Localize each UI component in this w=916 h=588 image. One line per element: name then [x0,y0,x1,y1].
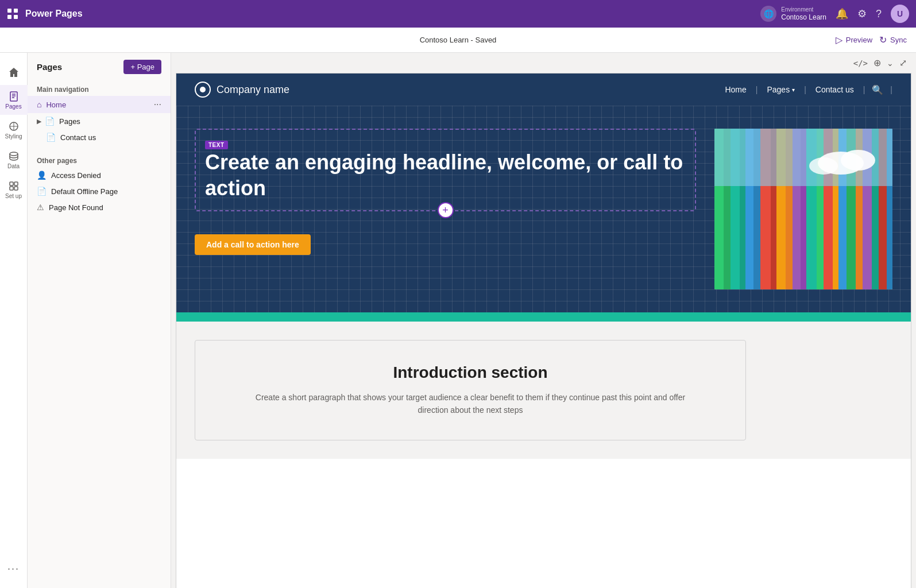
second-bar: Contoso Learn - Saved ▷ Preview ↻ Sync [0,28,916,53]
document-title: Contoso Learn - Saved [420,36,497,44]
add-page-button[interactable]: + Page [123,60,161,74]
hero-headline[interactable]: Create an engaging headline, welcome, or… [205,149,686,201]
site-nav-links: Home | Pages ▾ | Contact us | 🔍 | [716,84,892,95]
nav-link-contact[interactable]: Contact us [806,85,863,94]
app-title: Power Pages [25,9,760,19]
nav-item-home-more[interactable]: ··· [154,99,161,110]
canvas-area: </> ⊕ ⌄ ⤢ Company name Home | Pages ▾ | [171,53,916,588]
environment-name: Contoso Learn [781,13,826,22]
expand-icon[interactable]: ⤢ [899,57,907,68]
access-denied-icon: 👤 [37,171,47,180]
sidebar-item-styling[interactable]: Styling [0,115,28,145]
content-section: Introduction section Create a short para… [176,322,911,459]
svg-rect-10 [10,182,13,185]
environment-text: Environment Contoso Learn [781,6,826,22]
environment-icon: 🌐 [760,6,776,22]
top-bar: Power Pages 🌐 Environment Contoso Learn … [0,0,916,28]
hero-content: TEXT Create an engaging headline, welcom… [195,129,696,289]
preview-label: Preview [846,36,872,44]
hero-section: TEXT Create an engaging headline, welcom… [176,106,911,312]
sidebar-more-button[interactable]: ··· [0,554,28,583]
contact-nav-icon: 📄 [46,133,56,142]
pages-panel-title: Pages [37,62,62,72]
hero-image [714,129,892,289]
not-found-icon: ⚠ [37,203,44,212]
second-bar-actions: ▷ Preview ↻ Sync [836,34,907,45]
zoom-in-icon[interactable]: ⊕ [874,57,881,68]
preview-button[interactable]: ▷ Preview [836,34,872,45]
nav-item-pages[interactable]: ▶ 📄 Pages [28,113,171,129]
svg-point-43 [841,150,875,171]
nav-item-home[interactable]: ⌂ Home ··· [28,96,171,113]
svg-rect-0 [7,9,11,13]
main-navigation-title: Main navigation [28,81,171,96]
hero-headline-box[interactable]: TEXT Create an engaging headline, welcom… [195,129,696,211]
svg-rect-11 [14,182,18,185]
setup-icon-label: Set up [5,193,22,199]
sidebar-item-data[interactable]: Data [0,145,28,175]
other-pages-title: Other pages [28,152,171,167]
pages-panel-header: Pages + Page [28,60,171,81]
search-icon[interactable]: 🔍 [865,84,890,95]
preview-icon: ▷ [836,34,842,45]
zoom-dropdown-icon[interactable]: ⌄ [887,59,894,68]
nav-item-pages-label: Pages [59,117,80,126]
sync-button[interactable]: ↻ Sync [879,34,907,45]
site-logo: Company name [195,82,716,98]
site-preview: Company name Home | Pages ▾ | Contact us… [176,73,911,588]
settings-icon[interactable]: ⚙ [857,7,867,20]
sidebar-icons: Pages Styling Data Set up ··· [0,53,28,588]
help-icon[interactable]: ? [876,8,882,20]
logo-circle [195,82,211,98]
svg-rect-13 [14,187,18,190]
sidebar-item-home[interactable] [0,55,28,85]
sync-label: Sync [890,36,907,44]
offline-nav-icon: 📄 [37,187,47,196]
main-content: Pages Styling Data Set up ··· Pages + Pa… [0,53,916,588]
hero-image-svg [714,129,892,289]
company-name: Company name [217,84,289,96]
text-badge: TEXT [205,141,228,149]
nav-item-offline[interactable]: 📄 Default Offline Page [28,183,171,199]
code-view-icon[interactable]: </> [853,59,868,68]
nav-divider-4: | [890,85,892,94]
intro-title: Introduction section [218,363,722,382]
nav-item-contact-label: Contact us [60,133,96,142]
nav-link-pages[interactable]: Pages ▾ [757,85,804,94]
site-nav: Company name Home | Pages ▾ | Contact us… [176,74,911,106]
styling-icon-label: Styling [5,133,22,140]
svg-point-9 [10,152,18,156]
home-nav-icon: ⌂ [37,100,41,109]
pages-icon-label: Pages [5,103,21,110]
nav-link-home[interactable]: Home [716,85,755,94]
intro-box: Introduction section Create a short para… [195,340,746,440]
more-label: ··· [7,563,20,575]
notification-icon[interactable]: 🔔 [836,7,848,20]
canvas-toolbar: </> ⊕ ⌄ ⤢ [171,53,916,73]
nav-item-not-found[interactable]: ⚠ Page Not Found [28,199,171,215]
environment-selector[interactable]: 🌐 Environment Contoso Learn [760,6,826,22]
pages-panel: Pages + Page Main navigation ⌂ Home ··· … [28,53,171,588]
nav-item-access-denied[interactable]: 👤 Access Denied [28,167,171,183]
nav-item-contact[interactable]: 📄 Contact us [28,129,171,145]
apps-icon[interactable] [7,8,18,20]
environment-label: Environment [781,6,826,13]
svg-rect-12 [10,187,13,190]
data-icon-label: Data [7,163,20,169]
sidebar-item-setup[interactable]: Set up [0,175,28,204]
svg-rect-4 [10,92,17,101]
pages-nav-icon: 📄 [45,117,55,126]
nav-item-offline-label: Default Offline Page [51,187,118,196]
svg-rect-3 [14,15,18,19]
cta-button[interactable]: Add a call to action here [195,234,311,255]
avatar[interactable]: U [891,5,909,23]
sidebar-item-pages[interactable]: Pages [0,85,28,115]
nav-item-home-label: Home [46,100,66,109]
svg-rect-2 [7,15,11,19]
add-section-button[interactable]: + [438,202,454,218]
svg-point-44 [809,157,838,175]
top-bar-right: 🌐 Environment Contoso Learn 🔔 ⚙ ? U [760,5,909,23]
intro-body: Create a short paragraph that shows your… [241,391,700,417]
svg-rect-1 [14,9,18,13]
sync-icon: ↻ [879,34,887,45]
